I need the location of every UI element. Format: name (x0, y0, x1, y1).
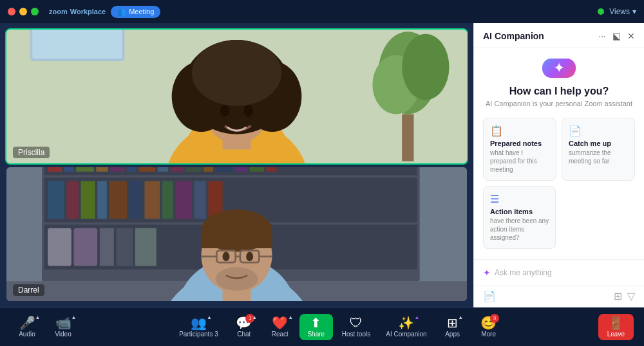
close-button[interactable] (8, 8, 15, 15)
svg-rect-30 (171, 167, 184, 172)
card-title: Action items (490, 208, 549, 215)
svg-rect-34 (236, 167, 247, 172)
svg-point-15 (220, 105, 230, 116)
traffic-lights (8, 8, 39, 15)
svg-rect-31 (186, 167, 202, 172)
caret-icon: ▲ (35, 315, 41, 320)
ai-card-prepared-notes[interactable]: 📋 Prepared notes what have I prepared fo… (483, 118, 556, 181)
svg-rect-35 (250, 167, 264, 172)
apps-label: Apps (445, 331, 460, 338)
caret-icon: ▲ (414, 315, 419, 320)
ai-doc-button[interactable]: 📄 (483, 290, 496, 302)
action-items-icon: ☰ (490, 193, 549, 205)
svg-rect-36 (266, 167, 277, 172)
svg-rect-25 (96, 167, 108, 172)
participants-icon: 👥▲ (191, 316, 207, 329)
priscilla-scene-art (6, 30, 467, 163)
svg-rect-45 (175, 181, 192, 219)
caret-icon: ▲ (288, 315, 293, 320)
chat-icon: 💬 1 ▲ (236, 316, 252, 329)
svg-rect-28 (138, 167, 155, 172)
ai-input-area[interactable]: ✦ Ask me anything (474, 259, 644, 286)
svg-rect-42 (129, 181, 142, 219)
minimize-button[interactable] (19, 8, 27, 15)
host-tools-button[interactable]: 🛡 Host tools (336, 314, 377, 340)
zoom-logo-text: zoom (49, 8, 68, 15)
svg-rect-2 (32, 30, 122, 59)
notes-icon: 📋 (490, 125, 549, 137)
ai-footer-right: ⊞ ▽ (614, 290, 635, 302)
svg-rect-40 (97, 181, 107, 219)
apps-button[interactable]: ⊞▲ Apps (436, 314, 469, 340)
svg-rect-26 (110, 167, 124, 172)
leave-label: Leave (607, 331, 625, 338)
share-button[interactable]: ⬆ Share (299, 314, 333, 340)
more-icon: 😊 3 (480, 316, 497, 329)
toolbar-center: 👥▲ Participants 3 💬 1 ▲ Chat ❤️▲ React ⬆… (80, 314, 598, 340)
more-label: More (481, 331, 496, 338)
svg-point-16 (244, 105, 254, 116)
svg-rect-27 (127, 167, 137, 172)
svg-rect-23 (64, 167, 74, 172)
video-tile-darrel: Darrel (5, 166, 468, 302)
leave-button[interactable]: 🚪 Leave (598, 314, 634, 340)
darrel-scene-art (6, 167, 467, 301)
svg-rect-49 (74, 228, 98, 266)
ai-ask-input[interactable]: ✦ Ask me anything (483, 265, 635, 280)
ai-card-action-items[interactable]: ☰ Action items have there been any actio… (483, 186, 556, 249)
react-label: React (272, 331, 289, 338)
ai-panel-close-button[interactable]: ✕ (627, 32, 635, 41)
ai-filter-button[interactable]: ▽ (627, 290, 635, 302)
maximize-button[interactable] (31, 8, 39, 15)
svg-rect-46 (194, 181, 206, 219)
host-tools-label: Host tools (342, 331, 370, 338)
ai-companion-label: AI Companion (386, 331, 426, 338)
react-icon: ❤️▲ (272, 316, 288, 329)
title-bar-right: Views ▾ (598, 7, 636, 16)
more-button[interactable]: 😊 3 More (472, 314, 506, 340)
caret-icon: ▲ (252, 315, 257, 320)
svg-rect-24 (76, 167, 94, 172)
video-area: Priscilla (0, 23, 473, 307)
meeting-badge[interactable]: 👥 Meeting (111, 6, 160, 18)
views-label: Views (609, 7, 630, 16)
share-label: Share (307, 331, 325, 338)
caret-icon: ▲ (207, 315, 212, 320)
video-button[interactable]: 📹▲ Video (46, 314, 80, 340)
ai-panel-more-button[interactable]: ··· (598, 32, 606, 41)
card-desc: what have I prepared for this meeting (490, 149, 549, 174)
audio-button[interactable]: 🎤▲ Audio (10, 314, 44, 340)
ai-companion-button[interactable]: ✨▲ AI Companion (379, 314, 433, 340)
react-button[interactable]: ❤️▲ React (263, 314, 297, 340)
ai-suggestion-cards: 📋 Prepared notes what have I prepared fo… (483, 118, 635, 181)
chat-button[interactable]: 💬 1 ▲ Chat (227, 314, 261, 340)
svg-rect-39 (81, 181, 95, 219)
card-title: Prepared notes (490, 140, 549, 147)
ai-input-placeholder: Ask me anything (495, 268, 552, 277)
ai-grid-button[interactable]: ⊞ (614, 290, 622, 302)
participants-button[interactable]: 👥▲ Participants 3 (173, 314, 225, 340)
meeting-label: Meeting (129, 8, 154, 15)
status-indicator (598, 8, 604, 15)
svg-point-65 (223, 252, 230, 262)
ai-companion-icon: ✦ (542, 59, 576, 78)
audio-label: Audio (19, 331, 35, 338)
svg-rect-50 (100, 228, 114, 266)
svg-rect-44 (162, 181, 173, 219)
svg-rect-48 (48, 228, 71, 266)
ai-card-catch-up[interactable]: 📄 Catch me up summarize the meeting so f… (562, 118, 635, 181)
svg-point-14 (192, 40, 281, 106)
ai-panel-header: AI Companion ··· ⬕ ✕ (474, 23, 644, 48)
app-logo: zoom Workplace (49, 8, 106, 15)
svg-rect-38 (67, 181, 79, 219)
more-badge: 3 (490, 314, 499, 323)
participant-name-priscilla: Priscilla (13, 147, 50, 158)
chevron-down-icon: ▾ (632, 7, 636, 16)
apps-icon: ⊞▲ (447, 316, 458, 329)
card-desc: summarize the meeting so far (569, 149, 628, 165)
ai-panel-popout-button[interactable]: ⬕ (612, 32, 621, 41)
shield-icon: 🛡 (350, 316, 363, 329)
chat-label: Chat (237, 331, 251, 338)
views-button[interactable]: Views ▾ (609, 7, 636, 16)
sparkle-icon: ✦ (553, 60, 565, 77)
